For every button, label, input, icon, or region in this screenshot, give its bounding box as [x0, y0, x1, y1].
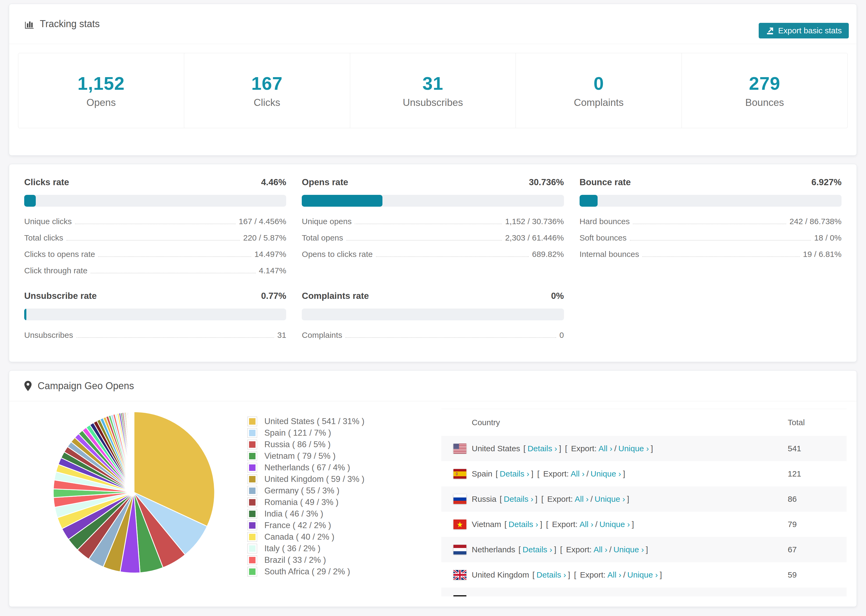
- bracket-close: ]: [623, 469, 625, 478]
- tracking-stats-title: Tracking stats: [40, 18, 100, 30]
- export-unique-link[interactable]: Unique ›: [614, 545, 644, 554]
- export-basic-stats-button[interactable]: Export basic stats: [759, 23, 849, 38]
- country-cell: Netherlands[Details ›][Export:All ›/Uniq…: [466, 545, 788, 554]
- export-unique-link[interactable]: Unique ›: [595, 495, 625, 504]
- total-value: 86: [788, 495, 847, 504]
- legend-label: India ( 46 / 3% ): [265, 509, 323, 519]
- details-link[interactable]: Details ›: [512, 596, 542, 596]
- legend-label: Spain ( 121 / 7% ): [265, 428, 331, 438]
- stat-label: Bounces: [745, 97, 784, 108]
- slash-separator: /: [595, 520, 597, 529]
- export-all-link[interactable]: All ›: [583, 596, 597, 596]
- bracket-close: ]: [535, 495, 537, 504]
- export-all-link[interactable]: All ›: [608, 570, 622, 580]
- details-link[interactable]: Details ›: [537, 570, 566, 580]
- legend-swatch-icon: [248, 544, 257, 553]
- column-header-total: Total: [788, 418, 847, 427]
- export-unique-link[interactable]: Unique ›: [600, 520, 630, 529]
- rate-block-clicks-rate: Clicks rate4.46%Unique clicks167 / 4.456…: [24, 177, 286, 275]
- details-link[interactable]: Details ›: [504, 495, 533, 504]
- rate-row-leader: [66, 240, 240, 240]
- legend-swatch-icon: [248, 486, 257, 495]
- rate-progress: [302, 195, 564, 207]
- country-name: United States: [472, 444, 520, 453]
- export-label: Export:: [571, 444, 597, 453]
- export-unique-link[interactable]: Unique ›: [627, 570, 658, 580]
- legend-item-vietnam: Vietnam ( 79 / 5% ): [248, 451, 364, 460]
- rate-rows: Hard bounces242 / 86.738%Soft bounces18 …: [579, 217, 842, 259]
- bracket-close: ]: [660, 570, 662, 580]
- legend-item-india: India ( 46 / 3% ): [248, 509, 364, 519]
- campaign-geo-opens-title: Campaign Geo Opens: [38, 380, 134, 391]
- rate-row-unique-opens: Unique opens1,152 / 30.736%: [302, 217, 564, 226]
- rate-rows: Unique opens1,152 / 30.736%Total opens2,…: [302, 217, 564, 259]
- legend-swatch-icon: [248, 463, 257, 472]
- rate-row-hard-bounces: Hard bounces242 / 86.738%: [579, 217, 842, 226]
- bracket-open: [: [565, 444, 567, 453]
- legend-item-united-kingdom: United Kingdom ( 59 / 3% ): [248, 475, 364, 484]
- bracket-close: ]: [559, 444, 561, 453]
- export-unique-link[interactable]: Unique ›: [590, 469, 621, 478]
- export-all-link[interactable]: All ›: [579, 520, 594, 529]
- legend-item-netherlands: Netherlands ( 67 / 4% ): [248, 463, 364, 472]
- pie-slice-other[interactable]: [134, 412, 134, 492]
- legend-label: South Africa ( 29 / 2% ): [265, 567, 350, 577]
- bracket-open: [: [560, 545, 562, 554]
- flag-es-icon: [453, 469, 466, 479]
- tracking-stats-card: Tracking stats Export basic stats 1,152O…: [9, 4, 857, 156]
- table-row-united-states: United States[Details ›][Export:All ›/Un…: [441, 436, 847, 461]
- rate-row-label: Click through rate: [24, 266, 87, 275]
- bracket-close: ]: [544, 596, 546, 596]
- rates-grid: Clicks rate4.46%Unique clicks167 / 4.456…: [9, 164, 857, 353]
- rate-value: 4.46%: [261, 177, 287, 187]
- export-all-link[interactable]: All ›: [571, 469, 585, 478]
- rate-row-leader: [642, 256, 800, 257]
- rate-row-opens-to-clicks-rate: Opens to clicks rate689.82%: [302, 250, 564, 259]
- table-row-united-kingdom: United Kingdom[Details ›][Export:All ›/U…: [441, 562, 847, 588]
- export-all-link[interactable]: All ›: [594, 545, 608, 554]
- rate-progress: [302, 308, 564, 321]
- flag-nl-icon: [453, 545, 466, 555]
- legend-label: United Kingdom ( 59 / 3% ): [265, 475, 364, 484]
- export-unique-link[interactable]: Unique ›: [618, 444, 649, 453]
- legend-item-romania: Romania ( 49 / 3% ): [248, 498, 364, 507]
- geo-body: United States ( 541 / 31% )Spain ( 121 /…: [9, 401, 857, 607]
- export-label: Export:: [580, 570, 606, 580]
- rate-title: Unsubscribe rate: [24, 291, 97, 301]
- bracket-open: [: [505, 520, 507, 529]
- country-cell: Spain[Details ›][Export:All ›/Unique ›]: [466, 469, 788, 478]
- rate-value: 0%: [551, 291, 564, 301]
- total-value: 67: [788, 545, 847, 554]
- legend-label: United States ( 541 / 31% ): [265, 416, 364, 426]
- details-link[interactable]: Details ›: [527, 444, 557, 453]
- export-all-link[interactable]: All ›: [575, 495, 589, 504]
- country-cell: United States[Details ›][Export:All ›/Un…: [466, 444, 788, 453]
- legend-swatch-icon: [248, 521, 257, 530]
- country-cell: Russia[Details ›][Export:All ›/Unique ›]: [466, 495, 788, 504]
- rate-row-value: 1,152 / 30.736%: [505, 217, 564, 226]
- slash-separator: /: [599, 596, 601, 596]
- bracket-open: [: [500, 495, 502, 504]
- bracket-open: [: [532, 570, 534, 580]
- total-value: 59: [788, 570, 847, 580]
- rate-value: 0.77%: [261, 291, 287, 301]
- details-link[interactable]: Details ›: [523, 545, 552, 554]
- bracket-close: ]: [531, 469, 533, 478]
- export-all-link[interactable]: All ›: [598, 444, 612, 453]
- geo-opens-pie-chart[interactable]: [50, 409, 217, 576]
- details-link[interactable]: Details ›: [509, 520, 538, 529]
- rate-row-label: Opens to clicks rate: [302, 250, 373, 259]
- rate-row-leader: [345, 337, 556, 338]
- rate-value: 6.927%: [811, 177, 842, 187]
- export-unique-link[interactable]: Unique ›: [603, 596, 634, 596]
- legend-swatch-icon: [248, 440, 257, 449]
- slash-separator: /: [590, 495, 592, 504]
- stat-value: 31: [422, 73, 444, 94]
- geo-opens-table: Country Total United States[Details ›][E…: [441, 409, 847, 596]
- rate-head: Opens rate30.736%: [302, 177, 564, 187]
- rate-row-label: Unique clicks: [24, 217, 72, 226]
- details-link[interactable]: Details ›: [500, 469, 529, 478]
- stat-value: 0: [594, 73, 604, 94]
- rate-progress-fill: [24, 195, 36, 207]
- export-label: Export:: [543, 469, 569, 478]
